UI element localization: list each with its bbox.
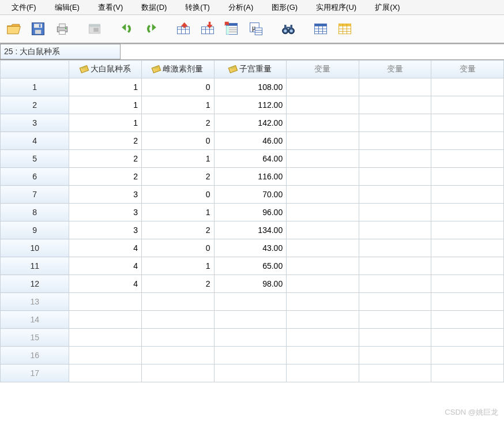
col-header-empty-3[interactable]: 变量 xyxy=(431,61,504,78)
data-cell[interactable] xyxy=(431,347,504,364)
data-cell[interactable]: 2 xyxy=(69,132,142,150)
row-header[interactable]: 1 xyxy=(1,78,69,96)
menu-edit[interactable]: 编辑(E) xyxy=(46,0,89,15)
data-cell[interactable] xyxy=(287,293,359,311)
col-header-2[interactable]: 雌激素剂量 xyxy=(142,61,215,78)
menu-graphs[interactable]: 图形(G) xyxy=(262,0,307,15)
save-button[interactable] xyxy=(28,18,48,39)
data-cell[interactable] xyxy=(287,168,359,186)
data-cell[interactable] xyxy=(359,114,431,132)
data-cell[interactable] xyxy=(359,78,431,96)
data-cell[interactable] xyxy=(287,96,359,114)
data-cell[interactable]: 0 xyxy=(142,132,215,150)
data-cell[interactable] xyxy=(214,347,287,364)
data-cell[interactable] xyxy=(142,329,215,347)
data-cell[interactable]: 2 xyxy=(142,275,215,293)
data-cell[interactable] xyxy=(359,186,431,204)
data-cell[interactable] xyxy=(214,364,287,382)
menu-transform[interactable]: 转换(T) xyxy=(176,0,219,15)
data-cell[interactable] xyxy=(142,364,215,382)
cell-reference-box[interactable]: 25 : 大白鼠种系 xyxy=(0,44,121,59)
data-cell[interactable]: 1 xyxy=(142,204,215,221)
data-cell[interactable]: 70.00 xyxy=(214,186,287,204)
data-cell[interactable] xyxy=(359,168,431,186)
row-header[interactable]: 8 xyxy=(1,204,69,221)
goto-variable-button[interactable] xyxy=(197,18,218,39)
data-cell[interactable] xyxy=(431,311,504,329)
variables-button[interactable] xyxy=(221,18,242,39)
row-header[interactable]: 7 xyxy=(1,186,69,204)
data-cell[interactable] xyxy=(287,150,359,168)
data-cell[interactable] xyxy=(287,186,359,204)
data-cell[interactable]: 0 xyxy=(142,186,215,204)
row-header[interactable]: 16 xyxy=(1,347,69,364)
row-header[interactable]: 3 xyxy=(1,114,69,132)
row-header[interactable]: 11 xyxy=(1,257,69,275)
row-header[interactable]: 5 xyxy=(1,150,69,168)
data-cell[interactable]: 0 xyxy=(142,78,215,96)
data-cell[interactable]: 0 xyxy=(142,239,215,257)
data-cell[interactable] xyxy=(359,364,431,382)
data-cell[interactable]: 3 xyxy=(69,221,142,239)
data-cell[interactable] xyxy=(287,347,359,364)
row-header[interactable]: 15 xyxy=(1,329,69,347)
data-cell[interactable]: 134.00 xyxy=(214,221,287,239)
data-cell[interactable] xyxy=(287,78,359,96)
data-cell[interactable] xyxy=(431,257,504,275)
data-cell[interactable] xyxy=(287,329,359,347)
data-cell[interactable] xyxy=(287,114,359,132)
data-cell[interactable] xyxy=(287,221,359,239)
data-cell[interactable] xyxy=(214,311,287,329)
formula-area[interactable] xyxy=(121,44,504,59)
data-cell[interactable]: 1 xyxy=(142,96,215,114)
row-header[interactable]: 6 xyxy=(1,168,69,186)
data-cell[interactable]: 1 xyxy=(69,78,142,96)
data-cell[interactable]: 2 xyxy=(69,150,142,168)
row-header[interactable]: 4 xyxy=(1,132,69,150)
row-header[interactable]: 17 xyxy=(1,364,69,382)
menu-view[interactable]: 查看(V) xyxy=(89,0,132,15)
data-cell[interactable] xyxy=(431,132,504,150)
col-header-empty-1[interactable]: 变量 xyxy=(287,61,359,78)
row-header[interactable]: 14 xyxy=(1,311,69,329)
data-cell[interactable] xyxy=(359,275,431,293)
data-cell[interactable] xyxy=(431,221,504,239)
data-cell[interactable]: 64.00 xyxy=(214,150,287,168)
data-cell[interactable] xyxy=(359,239,431,257)
data-cell[interactable] xyxy=(287,257,359,275)
menu-utilities[interactable]: 实用程序(U) xyxy=(307,0,366,15)
data-cell[interactable]: 1 xyxy=(142,257,215,275)
data-cell[interactable] xyxy=(431,204,504,221)
data-cell[interactable] xyxy=(431,96,504,114)
data-cell[interactable] xyxy=(431,275,504,293)
data-cell[interactable]: 46.00 xyxy=(214,132,287,150)
col-header-empty-2[interactable]: 变量 xyxy=(359,61,431,78)
data-cell[interactable] xyxy=(359,96,431,114)
data-cell[interactable] xyxy=(287,132,359,150)
data-cell[interactable] xyxy=(142,293,215,311)
data-cell[interactable] xyxy=(359,329,431,347)
find-button[interactable] xyxy=(278,18,299,39)
data-cell[interactable] xyxy=(431,293,504,311)
row-header[interactable]: 10 xyxy=(1,239,69,257)
data-cell[interactable] xyxy=(431,186,504,204)
data-cell[interactable] xyxy=(214,329,287,347)
data-cell[interactable] xyxy=(431,364,504,382)
data-cell[interactable] xyxy=(359,257,431,275)
data-cell[interactable] xyxy=(359,150,431,168)
value-labels-button[interactable]: μ xyxy=(246,18,266,39)
data-cell[interactable]: 112.00 xyxy=(214,96,287,114)
data-cell[interactable] xyxy=(431,329,504,347)
data-cell[interactable]: 116.00 xyxy=(214,168,287,186)
data-cell[interactable]: 108.00 xyxy=(214,78,287,96)
data-cell[interactable] xyxy=(69,347,142,364)
data-cell[interactable] xyxy=(287,275,359,293)
data-cell[interactable] xyxy=(431,168,504,186)
print-button[interactable] xyxy=(52,18,73,39)
data-cell[interactable]: 142.00 xyxy=(214,114,287,132)
data-cell[interactable]: 2 xyxy=(69,168,142,186)
data-cell[interactable] xyxy=(142,311,215,329)
data-cell[interactable] xyxy=(287,311,359,329)
data-cell[interactable]: 4 xyxy=(69,239,142,257)
data-cell[interactable] xyxy=(287,204,359,221)
